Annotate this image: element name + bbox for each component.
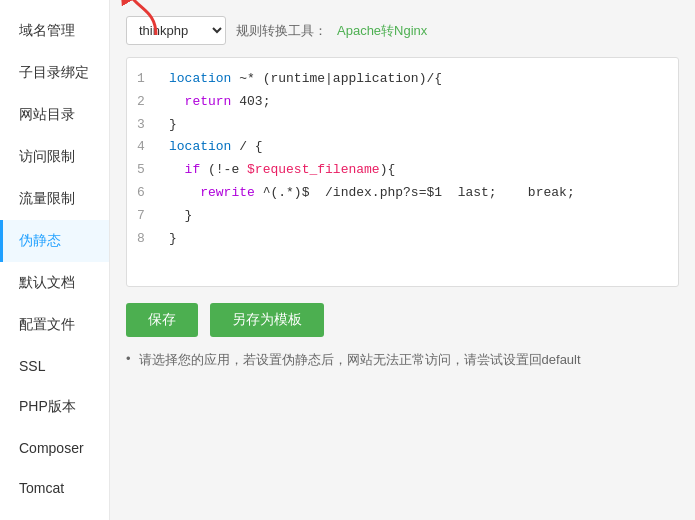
code-line-1: 1 location ~* (runtime|application)/{ <box>127 68 678 91</box>
code-line-3: 3 } <box>127 114 678 137</box>
code-line-4: 4 location / { <box>127 136 678 159</box>
sidebar-item-traffic[interactable]: 流量限制 <box>0 178 109 220</box>
sidebar-item-pseudostatic[interactable]: 伪静态 <box>0 220 109 262</box>
sidebar-item-composer[interactable]: Composer <box>0 428 109 468</box>
sidebar: 域名管理 子目录绑定 网站目录 访问限制 流量限制 伪静态 默认文档 配置文件 … <box>0 0 110 520</box>
main-content: thinkphp laravel wordpress discuz defaul… <box>110 0 695 520</box>
code-line-8: 8 } <box>127 228 678 251</box>
convert-label: 规则转换工具： <box>236 22 327 40</box>
hint-bullet: • <box>126 351 131 366</box>
sidebar-item-config[interactable]: 配置文件 <box>0 304 109 346</box>
code-line-5: 5 if (!-e $request_filename){ <box>127 159 678 182</box>
sidebar-item-sitedir[interactable]: 网站目录 <box>0 94 109 136</box>
topbar: thinkphp laravel wordpress discuz defaul… <box>126 16 679 45</box>
sidebar-item-php[interactable]: PHP版本 <box>0 386 109 428</box>
sidebar-item-domain[interactable]: 域名管理 <box>0 10 109 52</box>
code-line-6: 6 rewrite ^(.*)$ /index.php?s=$1 last; b… <box>127 182 678 205</box>
hint-content: 请选择您的应用，若设置伪静态后，网站无法正常访问，请尝试设置回default <box>139 351 581 369</box>
code-line-2: 2 return 403; <box>127 91 678 114</box>
hint-section: • 请选择您的应用，若设置伪静态后，网站无法正常访问，请尝试设置回default <box>126 351 679 369</box>
sidebar-item-access[interactable]: 访问限制 <box>0 136 109 178</box>
framework-select[interactable]: thinkphp laravel wordpress discuz defaul… <box>126 16 226 45</box>
button-bar: 保存 另存为模板 <box>126 303 679 337</box>
save-as-template-button[interactable]: 另存为模板 <box>210 303 324 337</box>
sidebar-item-default-doc[interactable]: 默认文档 <box>0 262 109 304</box>
sidebar-item-tomcat[interactable]: Tomcat <box>0 468 109 508</box>
sidebar-item-ssl[interactable]: SSL <box>0 346 109 386</box>
topbar-wrap: thinkphp laravel wordpress discuz defaul… <box>126 16 679 45</box>
sidebar-item-redirect[interactable]: 重定向 <box>0 508 109 520</box>
code-line-7: 7 } <box>127 205 678 228</box>
convert-link[interactable]: Apache转Nginx <box>337 22 427 40</box>
sidebar-item-subdir[interactable]: 子目录绑定 <box>0 52 109 94</box>
code-editor[interactable]: 1 location ~* (runtime|application)/{ 2 … <box>126 57 679 287</box>
save-button[interactable]: 保存 <box>126 303 198 337</box>
